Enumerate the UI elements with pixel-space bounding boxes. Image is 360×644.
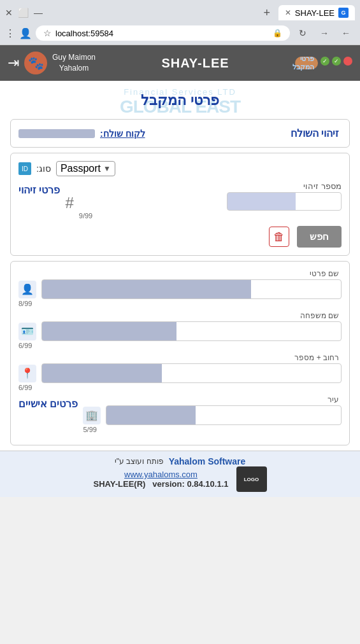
building-icon: 🏢 <box>83 407 101 424</box>
menu-icon[interactable]: ⋮ <box>5 27 15 39</box>
id-section-title: פרטי זיהוי <box>18 181 60 196</box>
user-name: Guy Maimon <box>52 52 96 63</box>
close-window-btn[interactable]: ✕ <box>5 8 13 18</box>
city-group: עיר 🏢 5/99 פרטים אישיים <box>18 395 342 433</box>
app-header: ✓ ✓ פרטי המקבל SHAY-LEE Guy Maimon Yahal… <box>0 45 360 81</box>
last-name-row: 🪪 <box>18 321 342 341</box>
forward-btn[interactable]: → <box>315 24 333 42</box>
first-name-input[interactable] <box>41 279 342 299</box>
footer-link[interactable]: www.yahaloms.com <box>94 470 229 479</box>
city-counter: 5/99 <box>83 426 342 433</box>
delete-btn[interactable]: 🗑 <box>269 227 289 247</box>
personal-section-inner: שם פרטי 👤 8/99 שם משפחה 🪪 6/99 רחוב + מס… <box>18 269 342 433</box>
personal-section-title: פרטים אישיים <box>18 398 78 410</box>
tab-favicon: G <box>338 8 349 18</box>
first-name-label: שם פרטי <box>18 269 342 278</box>
sender-section: זיהוי השולח לקוח שולח: <box>10 119 350 148</box>
first-name-counter: 8/99 <box>18 300 342 307</box>
sender-value <box>18 129 95 138</box>
footer-row2: LOGO www.yahaloms.com SHAY-LEE(R) versio… <box>8 466 352 492</box>
city-label: עיר <box>83 395 342 404</box>
footer-version-label: version: <box>152 479 185 489</box>
page-title: פרטי המקבל <box>10 87 350 111</box>
id-type-label: סוג: <box>36 164 51 174</box>
street-group: רחוב + מספר 📍 6/99 <box>18 353 342 391</box>
id-type-value: Passport <box>61 163 101 174</box>
lock-icon: 🔒 <box>273 29 282 38</box>
street-row: 📍 <box>18 363 342 383</box>
back-btn[interactable]: ← <box>337 24 355 42</box>
footer-product-name: SHAY-LEE(R) <box>94 479 146 489</box>
sender-link-row: לקוח שולח: <box>18 129 145 139</box>
location-icon: 📍 <box>18 365 36 382</box>
profile-icon[interactable]: 👤 <box>19 27 32 39</box>
minimize-btn[interactable]: — <box>34 8 43 18</box>
footer: Yahalom Software פותח ועוצב ע"י LOGO www… <box>0 451 360 497</box>
last-name-input[interactable] <box>41 321 342 341</box>
footer-desc: פותח ועוצב ע"י <box>115 457 164 466</box>
exit-btn[interactable]: ⇥ <box>8 55 19 71</box>
avatar: 🐾 <box>24 52 47 74</box>
header-right-label: פרטי המקבל <box>292 55 314 71</box>
url-bar[interactable]: 🔒 localhost:59584 ☆ <box>36 25 290 41</box>
street-input[interactable] <box>41 363 342 383</box>
first-name-group: שם פרטי 👤 8/99 <box>18 269 342 307</box>
last-name-label: שם משפחה <box>18 311 342 320</box>
last-name-counter: 6/99 <box>18 342 342 349</box>
dropdown-arrow: ▼ <box>103 164 111 173</box>
sender-row: זיהוי השולח לקוח שולח: <box>18 127 342 139</box>
id-fields: מספר זיהוי 9/99 <box>79 181 342 220</box>
last-name-group: שם משפחה 🪪 6/99 <box>18 311 342 349</box>
window-controls: — ⬜ ✕ <box>5 8 43 18</box>
footer-product: SHAY-LEE(R) version: 0.84.10.1.1 <box>94 479 229 489</box>
watermark-container: Financial Services LTD GLOBAL EAST פרטי … <box>0 81 360 114</box>
sender-section-label: זיהוי השולח <box>291 127 339 139</box>
search-btn[interactable]: חפש <box>297 226 342 248</box>
refresh-btn[interactable]: ↻ <box>294 24 312 42</box>
bookmark-icon[interactable]: ☆ <box>43 28 52 38</box>
footer-version: 0.84.10.1.1 <box>187 479 228 489</box>
circle-check: ✓ <box>332 57 341 66</box>
active-tab[interactable]: G SHAY-LEE ✕ <box>278 5 355 20</box>
street-counter: 6/99 <box>18 384 342 391</box>
city-row: 🏢 <box>83 405 342 425</box>
city-input[interactable] <box>106 405 342 425</box>
user-surname: Yahalom <box>52 63 96 74</box>
new-tab-btn[interactable]: + <box>258 4 276 22</box>
footer-logo-text: LOGO <box>244 477 259 482</box>
id-number-input[interactable] <box>227 192 342 211</box>
id-section-inner: ▼ Passport סוג: ID מספר זיהוי 9/99 # פרט… <box>18 161 342 248</box>
maximize-btn[interactable]: ⬜ <box>18 8 29 18</box>
id-type-icon: ID <box>18 162 31 175</box>
delete-icon: 🗑 <box>273 230 285 244</box>
person-icon: 👤 <box>18 281 36 298</box>
address-bar: ← → ↻ 🔒 localhost:59584 ☆ 👤 ⋮ <box>0 22 360 45</box>
id-number-section: מספר זיהוי 9/99 # פרטי זיהוי <box>18 181 342 220</box>
tab-bar: G SHAY-LEE ✕ + — ⬜ ✕ <box>0 0 360 22</box>
id-actions-row: חפש 🗑 <box>18 226 342 248</box>
footer-links: www.yahaloms.com SHAY-LEE(R) version: 0.… <box>94 470 229 489</box>
id-number-label: מספר זיהוי <box>79 181 342 191</box>
url-text: localhost:59584 <box>55 29 269 38</box>
id-input-row <box>79 192 342 211</box>
header-badge: פרטי המקבל <box>295 57 318 69</box>
sender-link[interactable]: לקוח שולח: <box>100 129 145 139</box>
circle-red <box>343 57 352 66</box>
id-type-select[interactable]: ▼ Passport <box>56 161 115 176</box>
tab-close-btn[interactable]: ✕ <box>285 8 291 17</box>
first-name-row: 👤 <box>18 279 342 299</box>
id-type-row: ▼ Passport סוג: ID <box>18 161 342 176</box>
circle-check2: ✓ <box>320 57 329 66</box>
app-title: SHAY-LEE <box>101 56 290 71</box>
footer-logo: LOGO <box>236 466 267 492</box>
hash-icon: # <box>65 181 73 212</box>
city-with-section-title: עיר 🏢 5/99 פרטים אישיים <box>18 395 342 433</box>
street-label: רחוב + מספר <box>18 353 342 362</box>
footer-company: Yahalom Software <box>169 456 246 466</box>
personal-section-title-container: פרטים אישיים <box>18 395 83 410</box>
person2-icon: 🪪 <box>18 323 36 340</box>
header-user: Guy Maimon Yahalom <box>52 52 96 74</box>
id-section: ▼ Passport סוג: ID מספר זיהוי 9/99 # פרט… <box>10 153 350 256</box>
footer-row1: Yahalom Software פותח ועוצב ע"י <box>8 456 352 466</box>
header-circles: ✓ ✓ פרטי המקבל <box>295 57 352 69</box>
